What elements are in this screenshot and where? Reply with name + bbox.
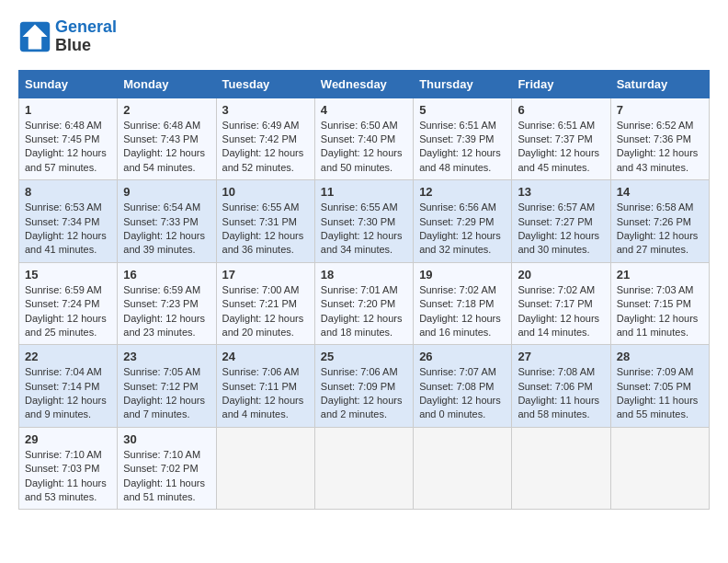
- calendar-cell: 28 Sunrise: 7:09 AMSunset: 7:05 PMDaylig…: [610, 345, 709, 428]
- day-number: 1: [25, 103, 111, 117]
- day-number: 6: [518, 103, 604, 117]
- day-info: Sunrise: 7:07 AMSunset: 7:08 PMDaylight:…: [419, 365, 506, 422]
- calendar-cell: 12 Sunrise: 6:56 AMSunset: 7:29 PMDaylig…: [414, 180, 512, 263]
- page-header: GeneralBlue: [18, 18, 710, 55]
- day-info: Sunrise: 6:57 AMSunset: 7:27 PMDaylight:…: [518, 201, 604, 258]
- day-info: Sunrise: 7:02 AMSunset: 7:18 PMDaylight:…: [419, 283, 506, 340]
- calendar-cell: 23 Sunrise: 7:05 AMSunset: 7:12 PMDaylig…: [118, 345, 216, 428]
- calendar-cell: 8 Sunrise: 6:53 AMSunset: 7:34 PMDayligh…: [19, 180, 118, 263]
- day-number: 5: [419, 103, 506, 117]
- calendar-cell: 26 Sunrise: 7:07 AMSunset: 7:08 PMDaylig…: [414, 345, 512, 428]
- calendar-week-row: 29 Sunrise: 7:10 AMSunset: 7:03 PMDaylig…: [19, 427, 710, 510]
- day-number: 28: [617, 350, 703, 363]
- calendar-cell: 14 Sunrise: 6:58 AMSunset: 7:26 PMDaylig…: [610, 180, 709, 263]
- day-number: 26: [419, 350, 506, 363]
- day-number: 23: [123, 350, 210, 363]
- header-day-tuesday: Tuesday: [216, 70, 314, 98]
- logo-text: GeneralBlue: [55, 18, 117, 55]
- calendar-cell: 5 Sunrise: 6:51 AMSunset: 7:39 PMDayligh…: [414, 98, 512, 180]
- header-day-saturday: Saturday: [610, 70, 709, 98]
- logo-icon: [18, 20, 51, 53]
- calendar-cell: 29 Sunrise: 7:10 AMSunset: 7:03 PMDaylig…: [19, 427, 118, 510]
- calendar-cell: [216, 427, 314, 510]
- calendar-cell: 25 Sunrise: 7:06 AMSunset: 7:09 PMDaylig…: [314, 345, 413, 428]
- calendar-week-row: 8 Sunrise: 6:53 AMSunset: 7:34 PMDayligh…: [19, 180, 710, 263]
- calendar-cell: [314, 427, 413, 510]
- day-number: 17: [222, 268, 309, 282]
- day-info: Sunrise: 7:03 AMSunset: 7:15 PMDaylight:…: [617, 283, 703, 340]
- calendar-cell: 7 Sunrise: 6:52 AMSunset: 7:36 PMDayligh…: [610, 98, 709, 180]
- calendar-week-row: 22 Sunrise: 7:04 AMSunset: 7:14 PMDaylig…: [19, 345, 710, 428]
- day-number: 15: [25, 268, 111, 282]
- day-info: Sunrise: 6:55 AMSunset: 7:31 PMDaylight:…: [222, 201, 309, 258]
- day-info: Sunrise: 6:48 AMSunset: 7:43 PMDaylight:…: [123, 119, 210, 176]
- day-info: Sunrise: 6:54 AMSunset: 7:33 PMDaylight:…: [123, 201, 210, 258]
- day-number: 16: [123, 268, 210, 282]
- day-info: Sunrise: 7:08 AMSunset: 7:06 PMDaylight:…: [518, 365, 604, 422]
- day-number: 8: [25, 185, 111, 199]
- day-number: 3: [222, 103, 309, 117]
- day-info: Sunrise: 7:00 AMSunset: 7:21 PMDaylight:…: [222, 283, 309, 340]
- day-number: 14: [617, 185, 703, 199]
- day-number: 25: [321, 350, 407, 363]
- calendar-cell: 15 Sunrise: 6:59 AMSunset: 7:24 PMDaylig…: [19, 262, 118, 345]
- day-number: 29: [25, 432, 111, 446]
- day-info: Sunrise: 6:52 AMSunset: 7:36 PMDaylight:…: [617, 119, 703, 176]
- day-number: 27: [518, 350, 604, 363]
- calendar-week-row: 1 Sunrise: 6:48 AMSunset: 7:45 PMDayligh…: [19, 98, 710, 180]
- header-day-thursday: Thursday: [414, 70, 512, 98]
- calendar-cell: 27 Sunrise: 7:08 AMSunset: 7:06 PMDaylig…: [512, 345, 610, 428]
- day-info: Sunrise: 7:02 AMSunset: 7:17 PMDaylight:…: [518, 283, 604, 340]
- logo: GeneralBlue: [18, 18, 117, 55]
- calendar-cell: 30 Sunrise: 7:10 AMSunset: 7:02 PMDaylig…: [118, 427, 216, 510]
- day-info: Sunrise: 6:51 AMSunset: 7:37 PMDaylight:…: [518, 119, 604, 176]
- calendar-cell: 17 Sunrise: 7:00 AMSunset: 7:21 PMDaylig…: [216, 262, 314, 345]
- calendar-cell: 16 Sunrise: 6:59 AMSunset: 7:23 PMDaylig…: [118, 262, 216, 345]
- calendar-cell: 6 Sunrise: 6:51 AMSunset: 7:37 PMDayligh…: [512, 98, 610, 180]
- day-number: 10: [222, 185, 309, 199]
- day-number: 22: [25, 350, 111, 363]
- calendar-cell: 19 Sunrise: 7:02 AMSunset: 7:18 PMDaylig…: [414, 262, 512, 345]
- day-info: Sunrise: 7:05 AMSunset: 7:12 PMDaylight:…: [123, 365, 210, 422]
- header-day-sunday: Sunday: [19, 70, 118, 98]
- day-info: Sunrise: 6:53 AMSunset: 7:34 PMDaylight:…: [25, 201, 111, 258]
- day-info: Sunrise: 6:51 AMSunset: 7:39 PMDaylight:…: [419, 119, 506, 176]
- day-number: 30: [123, 432, 210, 446]
- calendar-cell: 22 Sunrise: 7:04 AMSunset: 7:14 PMDaylig…: [19, 345, 118, 428]
- day-info: Sunrise: 6:56 AMSunset: 7:29 PMDaylight:…: [419, 201, 506, 258]
- day-info: Sunrise: 6:59 AMSunset: 7:23 PMDaylight:…: [123, 283, 210, 340]
- header-day-monday: Monday: [118, 70, 216, 98]
- day-info: Sunrise: 7:01 AMSunset: 7:20 PMDaylight:…: [321, 283, 407, 340]
- calendar-week-row: 15 Sunrise: 6:59 AMSunset: 7:24 PMDaylig…: [19, 262, 710, 345]
- calendar-table: SundayMondayTuesdayWednesdayThursdayFrid…: [18, 70, 710, 511]
- day-number: 20: [518, 268, 604, 282]
- calendar-cell: [610, 427, 709, 510]
- calendar-cell: 13 Sunrise: 6:57 AMSunset: 7:27 PMDaylig…: [512, 180, 610, 263]
- day-info: Sunrise: 7:06 AMSunset: 7:09 PMDaylight:…: [321, 365, 407, 422]
- day-info: Sunrise: 6:58 AMSunset: 7:26 PMDaylight:…: [617, 201, 703, 258]
- calendar-cell: 1 Sunrise: 6:48 AMSunset: 7:45 PMDayligh…: [19, 98, 118, 180]
- calendar-cell: 24 Sunrise: 7:06 AMSunset: 7:11 PMDaylig…: [216, 345, 314, 428]
- day-info: Sunrise: 6:49 AMSunset: 7:42 PMDaylight:…: [222, 119, 309, 176]
- day-number: 9: [123, 185, 210, 199]
- header-day-wednesday: Wednesday: [314, 70, 413, 98]
- calendar-cell: [414, 427, 512, 510]
- day-info: Sunrise: 7:04 AMSunset: 7:14 PMDaylight:…: [25, 365, 111, 422]
- calendar-cell: 11 Sunrise: 6:55 AMSunset: 7:30 PMDaylig…: [314, 180, 413, 263]
- calendar-cell: 9 Sunrise: 6:54 AMSunset: 7:33 PMDayligh…: [118, 180, 216, 263]
- calendar-cell: 18 Sunrise: 7:01 AMSunset: 7:20 PMDaylig…: [314, 262, 413, 345]
- day-info: Sunrise: 7:10 AMSunset: 7:02 PMDaylight:…: [123, 448, 210, 505]
- day-number: 21: [617, 268, 703, 282]
- day-number: 2: [123, 103, 210, 117]
- day-number: 18: [321, 268, 407, 282]
- day-info: Sunrise: 6:50 AMSunset: 7:40 PMDaylight:…: [321, 119, 407, 176]
- day-number: 24: [222, 350, 309, 363]
- calendar-cell: [512, 427, 610, 510]
- header-day-friday: Friday: [512, 70, 610, 98]
- day-info: Sunrise: 7:09 AMSunset: 7:05 PMDaylight:…: [617, 365, 703, 422]
- calendar-cell: 20 Sunrise: 7:02 AMSunset: 7:17 PMDaylig…: [512, 262, 610, 345]
- day-number: 12: [419, 185, 506, 199]
- day-info: Sunrise: 6:59 AMSunset: 7:24 PMDaylight:…: [25, 283, 111, 340]
- day-info: Sunrise: 7:10 AMSunset: 7:03 PMDaylight:…: [25, 448, 111, 505]
- day-info: Sunrise: 7:06 AMSunset: 7:11 PMDaylight:…: [222, 365, 309, 422]
